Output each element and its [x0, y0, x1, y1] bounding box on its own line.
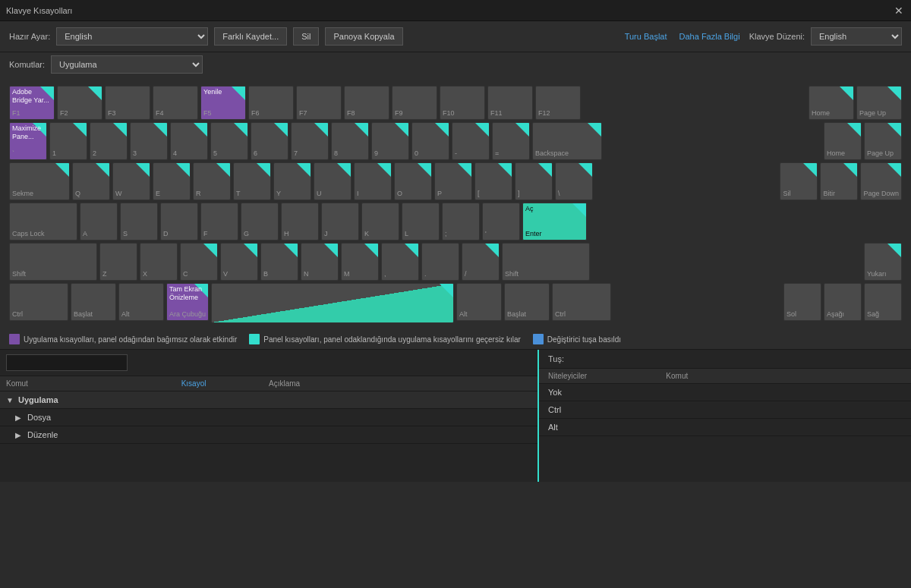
- key-u[interactable]: U: [314, 162, 351, 200]
- key-alt-right[interactable]: Alt: [456, 283, 502, 321]
- key-pagedown[interactable]: Page Down: [860, 162, 902, 200]
- key-f6[interactable]: F6: [248, 86, 294, 120]
- key-alt-left[interactable]: Alt: [118, 283, 164, 321]
- key-sol[interactable]: Sol: [783, 283, 821, 321]
- key-z[interactable]: Z: [99, 243, 137, 281]
- key-f12[interactable]: F12: [535, 86, 581, 120]
- key-ctrl-right[interactable]: Ctrl: [552, 283, 611, 321]
- key-home[interactable]: Home: [809, 86, 854, 120]
- key-sag[interactable]: Sağ: [864, 283, 902, 321]
- key-q[interactable]: Q: [72, 162, 110, 200]
- key-8[interactable]: 8: [331, 122, 369, 160]
- key-k[interactable]: K: [361, 203, 399, 241]
- key-rbracket[interactable]: ]: [515, 162, 553, 200]
- key-r[interactable]: R: [193, 162, 231, 200]
- right-row-ctrl[interactable]: Ctrl: [539, 401, 911, 419]
- key-period[interactable]: .: [421, 243, 459, 281]
- key-0[interactable]: 0: [411, 122, 449, 160]
- hazir-ayar-dropdown[interactable]: English: [56, 27, 208, 46]
- key-g[interactable]: G: [241, 203, 279, 241]
- key-a[interactable]: A: [80, 203, 118, 241]
- key-n[interactable]: N: [301, 243, 339, 281]
- key-d[interactable]: D: [160, 203, 198, 241]
- key-space-label[interactable]: Tam Ekran Önizleme Ara Çubuğu: [166, 283, 209, 321]
- key-4[interactable]: 4: [170, 122, 208, 160]
- key-h[interactable]: H: [281, 203, 319, 241]
- pano-kopyala-button[interactable]: Panoya Kopyala: [325, 27, 402, 46]
- key-lbracket[interactable]: [: [474, 162, 512, 200]
- key-tab[interactable]: Sekme: [9, 162, 70, 200]
- key-f[interactable]: F: [200, 203, 238, 241]
- key-5[interactable]: 5: [210, 122, 248, 160]
- key-s[interactable]: S: [120, 203, 158, 241]
- key-sil[interactable]: Sil: [780, 162, 818, 200]
- key-1[interactable]: 1: [49, 122, 87, 160]
- key-pageup[interactable]: Page Up: [856, 86, 902, 120]
- key-c[interactable]: C: [180, 243, 218, 281]
- key-pageup2[interactable]: Page Up: [864, 122, 902, 160]
- key-l[interactable]: L: [402, 203, 440, 241]
- key-y[interactable]: Y: [273, 162, 311, 200]
- key-f11[interactable]: F11: [487, 86, 533, 120]
- key-m[interactable]: M: [341, 243, 379, 281]
- key-enter[interactable]: Aç Enter: [522, 203, 587, 241]
- key-backslash[interactable]: \: [555, 162, 593, 200]
- key-2[interactable]: 2: [90, 122, 128, 160]
- search-input[interactable]: [6, 354, 128, 371]
- key-o[interactable]: O: [394, 162, 432, 200]
- key-minus[interactable]: -: [452, 122, 490, 160]
- key-semicolon[interactable]: ;: [442, 203, 480, 241]
- key-bitir[interactable]: Bitir: [820, 162, 858, 200]
- key-yukari[interactable]: Yukarı: [864, 243, 902, 281]
- key-equals[interactable]: =: [492, 122, 530, 160]
- turu-baslat-button[interactable]: Turu Başlat: [622, 32, 670, 41]
- key-slash[interactable]: /: [462, 243, 500, 281]
- key-shift-left[interactable]: Shift: [9, 243, 97, 281]
- key-ctrl-left[interactable]: Ctrl: [9, 283, 68, 321]
- key-3[interactable]: 3: [130, 122, 168, 160]
- key-f2[interactable]: F2: [57, 86, 102, 120]
- key-i[interactable]: I: [354, 162, 392, 200]
- daha-fazla-bilgi-button[interactable]: Daha Fazla Bilgi: [676, 32, 743, 41]
- key-f7[interactable]: F7: [296, 86, 342, 120]
- key-start-right[interactable]: Başlat: [504, 283, 550, 321]
- key-f5[interactable]: Yenile F5: [200, 86, 246, 120]
- key-x[interactable]: X: [140, 243, 178, 281]
- key-f4[interactable]: F4: [153, 86, 198, 120]
- key-start-left[interactable]: Başlat: [71, 283, 116, 321]
- key-backtick[interactable]: Maximize Pane... `: [9, 122, 47, 160]
- farkli-kaydet-button[interactable]: Farklı Kaydet...: [214, 27, 287, 46]
- key-f8[interactable]: F8: [344, 86, 389, 120]
- key-shift-right[interactable]: Shift: [502, 243, 590, 281]
- close-button[interactable]: ✕: [893, 5, 905, 17]
- key-e[interactable]: E: [153, 162, 191, 200]
- key-backspace[interactable]: Backspace: [532, 122, 602, 160]
- key-j[interactable]: J: [321, 203, 359, 241]
- key-v[interactable]: V: [220, 243, 258, 281]
- sil-button[interactable]: Sil: [293, 27, 319, 46]
- key-p[interactable]: P: [434, 162, 472, 200]
- right-row-yok[interactable]: Yok: [539, 384, 911, 401]
- key-9[interactable]: 9: [371, 122, 409, 160]
- key-f10[interactable]: F10: [440, 86, 485, 120]
- key-w[interactable]: W: [112, 162, 150, 200]
- table-row-dosya[interactable]: ▶ Dosya: [0, 409, 537, 426]
- key-home2[interactable]: Home: [824, 122, 862, 160]
- klavye-duzeni-dropdown[interactable]: English: [811, 27, 902, 46]
- key-t[interactable]: T: [233, 162, 271, 200]
- key-6[interactable]: 6: [251, 122, 288, 160]
- key-7[interactable]: 7: [291, 122, 329, 160]
- key-b[interactable]: B: [260, 243, 298, 281]
- key-f3[interactable]: F3: [105, 86, 150, 120]
- komutlar-dropdown[interactable]: Uygulama: [51, 55, 203, 74]
- key-asagi[interactable]: Aşağı: [824, 283, 862, 321]
- table-row-uygulama[interactable]: ▼ Uygulama: [0, 391, 537, 409]
- right-row-alt[interactable]: Alt: [539, 419, 911, 436]
- table-row-duzenle[interactable]: ▶ Düzenle: [0, 426, 537, 444]
- key-space-main[interactable]: [211, 283, 454, 323]
- key-comma[interactable]: ,: [381, 243, 419, 281]
- key-f9[interactable]: F9: [392, 86, 437, 120]
- key-capslock[interactable]: Caps Lock: [9, 203, 77, 241]
- key-quote[interactable]: ': [482, 203, 520, 241]
- key-f1[interactable]: Adobe Bridge Yar... F1: [9, 86, 55, 120]
